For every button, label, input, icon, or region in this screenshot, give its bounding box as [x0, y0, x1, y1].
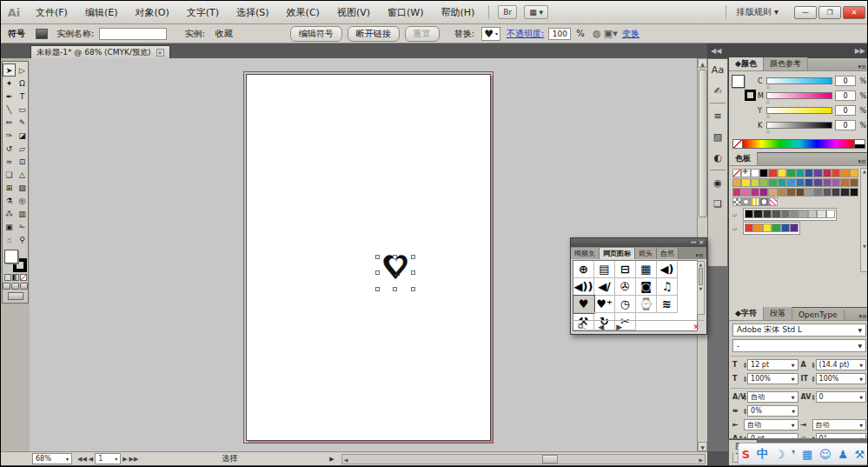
width-tool[interactable]: ≈ [3, 155, 16, 168]
font-size-field[interactable]: T▲▼12 pt▼ [732, 359, 798, 370]
next-library-icon[interactable]: ▶ [616, 323, 622, 331]
swatch[interactable] [745, 210, 753, 218]
menu-item-对象O[interactable]: 对象(O) [126, 1, 177, 23]
prev-artboard-button[interactable]: ◀ [89, 456, 93, 463]
swatch[interactable] [753, 210, 762, 218]
symbols-scrollbar[interactable]: ▲▼ [697, 261, 705, 315]
mesh-tool[interactable]: ⊞ [3, 181, 16, 194]
swatch[interactable] [745, 223, 753, 232]
stroke-panel-icon[interactable]: ≡ [708, 105, 727, 126]
slider-track[interactable]: △ [766, 77, 832, 84]
swatch[interactable] [786, 169, 795, 177]
slider-track[interactable]: △ [766, 122, 832, 129]
proportional-spacing-field[interactable]: ⇹▲▼0%▼ [732, 405, 798, 417]
symbols-tab-自然[interactable]: 自然 [657, 248, 679, 259]
menu-item-选择S[interactable]: 选择(S) [228, 1, 278, 23]
pen-tool[interactable]: ✒ [3, 90, 16, 103]
expand-dock-icon[interactable]: ▶▶ [855, 47, 865, 55]
swatch[interactable] [796, 188, 805, 197]
status-menu-icon[interactable]: ▶ [329, 456, 334, 463]
paintbrush-tool[interactable]: ✏ [3, 116, 16, 129]
menu-item-编辑E[interactable]: 编辑(E) [76, 1, 127, 23]
swatch[interactable] [817, 210, 825, 218]
vertical-scroll-thumb[interactable] [699, 70, 707, 217]
shopping-basket-icon[interactable]: ▦ [636, 261, 657, 278]
swatch[interactable] [805, 169, 813, 177]
speaker-mute-icon[interactable]: ◀∕ [594, 278, 615, 296]
channel-value[interactable]: 0 [835, 120, 856, 130]
swatch[interactable] [832, 178, 840, 187]
first-artboard-button[interactable]: ◀◀ [77, 456, 87, 463]
swatch[interactable] [753, 223, 762, 232]
swatch[interactable] [781, 210, 790, 218]
font-family-dropdown[interactable]: Adobe 宋体 Std L▼ [732, 324, 866, 337]
tab-paragraph[interactable]: 段落 [764, 307, 792, 320]
bridge-button[interactable]: Br [498, 5, 517, 19]
load-previous-library-icon[interactable]: ⧉. [578, 322, 586, 331]
music-note-icon[interactable]: ♫ [657, 278, 678, 296]
menu-item-帮助H[interactable]: 帮助(H) [432, 1, 483, 23]
pattern-swatch-checker[interactable] [732, 197, 741, 206]
swatch[interactable] [778, 178, 786, 187]
menu-item-窗口W[interactable]: 窗口(W) [379, 1, 432, 23]
scale-tool[interactable]: ▱ [16, 142, 29, 155]
shopping-cart-icon[interactable]: ⊟ [615, 261, 636, 278]
artboard[interactable] [246, 74, 491, 441]
swatch[interactable] [732, 188, 741, 197]
eraser-tool[interactable]: ◪ [16, 129, 29, 142]
symbol-sprayer-tool[interactable]: ⁂ [3, 207, 16, 220]
rotate-tool[interactable]: ↺ [3, 142, 16, 155]
horizontal-scale-field[interactable]: IT▲▼100%▼ [801, 373, 867, 384]
vertical-scale-field[interactable]: T▲▼100%▼ [732, 373, 798, 384]
selection-bounding-box[interactable]: + [378, 257, 413, 289]
swatch[interactable] [741, 169, 750, 177]
selection-handle[interactable] [375, 255, 380, 259]
slider-marker[interactable]: △ [766, 83, 770, 89]
swatch[interactable] [778, 169, 786, 177]
rss-icon[interactable]: ≋ [657, 296, 678, 313]
swatch[interactable] [759, 188, 768, 197]
gradient-panel-icon[interactable]: ▨ [708, 126, 727, 147]
opacity-link[interactable]: 不透明度: [502, 28, 548, 40]
speaker-icon[interactable]: ◀) [657, 261, 678, 278]
edit-symbol-button[interactable]: 编辑符号 [290, 26, 342, 42]
font-style-dropdown[interactable]: -▼ [732, 339, 866, 352]
swatch[interactable] [732, 178, 741, 187]
instance-name-input[interactable] [99, 28, 167, 40]
selection-handle[interactable] [411, 287, 415, 291]
heart-icon[interactable]: ♥ [573, 296, 594, 313]
tab-color-guide[interactable]: 颜色参考 [764, 57, 808, 70]
tracking-field[interactable]: AV▲▼0▼ [801, 391, 867, 403]
swatch[interactable] [850, 188, 858, 197]
speaker-loud-icon[interactable]: ◀)) [573, 278, 594, 296]
stroke-swatch[interactable] [745, 90, 756, 101]
appearance-panel-icon[interactable]: ◉ [708, 172, 727, 193]
camera-icon[interactable]: ◙ [636, 278, 657, 296]
minimize-button[interactable]: — [794, 6, 817, 19]
swatch[interactable] [808, 210, 817, 218]
selection-handle[interactable] [393, 287, 397, 291]
black-swatch[interactable] [855, 144, 865, 149]
selection-handle[interactable] [411, 270, 415, 275]
break-link-button[interactable]: 断开链接 [348, 26, 400, 42]
slider-track[interactable]: △ [766, 107, 832, 114]
collapse-panel-icon[interactable]: ↔ [691, 239, 696, 246]
swatches-scrollbar[interactable]: ▲▼ [860, 168, 868, 272]
draw-behind-button[interactable] [11, 283, 19, 290]
lasso-tool[interactable]: Ω [16, 77, 29, 90]
soft-keyboard-icon[interactable]: ▦ [802, 448, 812, 461]
menu-item-效果C[interactable]: 效果(C) [278, 1, 328, 23]
close-button[interactable]: ✕ [843, 6, 865, 19]
replace-symbol-dropdown[interactable]: ♥ ▾ [481, 27, 500, 41]
character-styles-panel-icon[interactable]: Aa [708, 59, 727, 80]
constrain-proportions-icon[interactable]: ▣▾ [604, 28, 618, 39]
tab-character[interactable]: ◆字符 [729, 307, 764, 320]
scroll-left-icon[interactable]: ◀ [344, 457, 348, 463]
zoom-search-icon[interactable]: ⊕ [573, 261, 594, 278]
none-mode-button[interactable] [20, 274, 27, 281]
swatch[interactable] [840, 178, 849, 187]
clock-icon[interactable]: ◷ [615, 296, 636, 313]
symbols-panel-titlebar[interactable]: ↔ ✕ [571, 238, 706, 247]
scroll-up-icon[interactable]: ▲ [698, 58, 707, 68]
gradient-tool[interactable]: ▨ [16, 181, 29, 194]
